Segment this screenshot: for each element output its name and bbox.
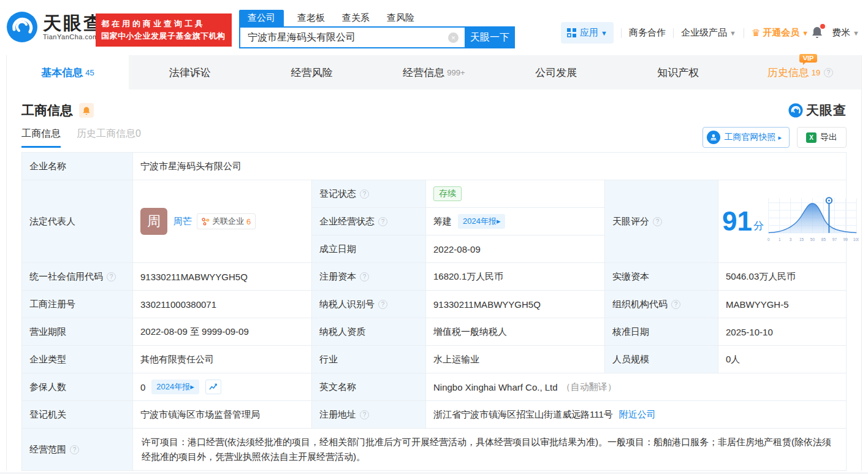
watermark-text: 天眼查	[806, 102, 847, 119]
tab-company-development[interactable]: 公司发展	[495, 55, 617, 90]
username: 费米	[832, 27, 850, 39]
table-row: 营业期限 2022-08-09 至 9999-09-09 纳税人资质 增值税一般…	[22, 318, 846, 346]
avatar[interactable]: 周	[140, 208, 167, 235]
enterprise-label: 企业级产品	[681, 27, 727, 39]
help-icon[interactable]	[70, 445, 79, 454]
help-icon[interactable]	[671, 300, 680, 309]
promo-line1: 都在用的商业查询工具	[101, 18, 226, 30]
subscribe-bell-icon[interactable]	[79, 103, 94, 118]
help-icon[interactable]	[653, 217, 662, 226]
field-value: 0人	[718, 346, 862, 373]
tab-history-info[interactable]: VIP 历史信息 19	[739, 55, 861, 90]
apps-menu[interactable]: 应用 ▼	[561, 22, 614, 44]
chevron-down-icon: ▼	[853, 29, 859, 37]
subtab-row: 工商信息 历史工商信息0 工商官网快照 ▸ X 导出	[7, 119, 861, 147]
field-label: 人员规模	[605, 346, 718, 373]
content-card: 基本信息 45 法律诉讼 经营风险 经营信息 999+ 公司发展 知识产权 VI…	[6, 55, 862, 471]
stamp-icon	[707, 131, 720, 144]
help-icon[interactable]	[360, 410, 369, 419]
top-menu: 应用 ▼ 商务合作 企业级产品 ▼ ♛ 开通会员 ▼ 费米 ▼	[561, 22, 859, 44]
annual-report-tag[interactable]: 2024年报▸	[151, 380, 199, 394]
help-icon[interactable]	[360, 272, 369, 281]
field-label: 企业名称	[22, 153, 133, 180]
tab-count: 999+	[447, 68, 465, 77]
tab-operating-info[interactable]: 经营信息 999+	[373, 55, 495, 90]
field-label-wrap: 统一社会信用代码	[22, 263, 133, 290]
section-title: 工商信息	[21, 102, 73, 119]
export-label: 导出	[820, 132, 837, 143]
grid-icon	[567, 28, 576, 37]
export-button[interactable]: X 导出	[797, 127, 847, 148]
vip-badge: VIP	[799, 54, 818, 63]
search-tab-risk[interactable]: 查风险	[387, 10, 414, 26]
subtab-business-info[interactable]: 工商信息	[21, 128, 61, 148]
biz-status-cell: 筹建 2024年报▸	[426, 208, 604, 235]
tab-label: 法律诉讼	[169, 66, 211, 80]
field-value: MABWYYGH-5	[718, 291, 862, 318]
svg-text:15: 15	[799, 237, 804, 242]
score-unit: 分	[753, 219, 764, 233]
svg-text:85: 85	[821, 237, 826, 242]
tab-basic-info[interactable]: 基本信息 45	[7, 55, 129, 90]
table-row: 登记机关 宁波市镇海区市场监督管理局 注册地址 浙江省宁波市镇海区招宝山街道威远…	[22, 401, 846, 429]
search-tab-boss[interactable]: 查老板	[297, 10, 325, 26]
legal-rep-link[interactable]: 周芒	[173, 216, 192, 227]
search-tab-company[interactable]: 查公司	[239, 10, 284, 26]
table-row: 企业名称 宁波市星海码头有限公司	[22, 153, 846, 180]
english-name: Ningbo Xinghai Wharf Co., Ltd	[433, 382, 558, 392]
table-row: 经营范围 许可项目：港口经营(依法须经批准的项目，经相关部门批准后方可开展经营活…	[22, 429, 846, 470]
nearby-companies-link[interactable]: 附近公司	[619, 409, 656, 421]
help-icon[interactable]	[378, 300, 387, 309]
logo-brand: 天眼查	[43, 13, 104, 33]
svg-text:50: 50	[810, 237, 815, 242]
tab-count: 45	[85, 68, 94, 77]
clear-search-icon[interactable]	[448, 32, 459, 43]
help-icon[interactable]	[824, 68, 833, 77]
field-label: 工商注册号	[22, 291, 133, 318]
tab-operating-risk[interactable]: 经营风险	[251, 55, 373, 90]
logo-domain: TianYanCha.com	[43, 33, 104, 40]
menu-enterprise-products[interactable]: 企业级产品 ▼	[681, 27, 736, 39]
official-snapshot-button[interactable]: 工商官网快照 ▸	[702, 127, 790, 148]
score-value: 91	[722, 208, 752, 235]
menu-cooperation[interactable]: 商务合作	[629, 27, 666, 39]
field-label: 实缴资本	[605, 263, 718, 290]
help-icon[interactable]	[378, 217, 387, 226]
promo-banner: 都在用的商业查询工具 国家中小企业发展子基金旗下机构	[96, 13, 232, 47]
notification-bell-icon[interactable]	[811, 26, 823, 40]
field-label-wrap: 组织机构代码	[605, 291, 718, 318]
tianyancha-logo-icon	[6, 11, 38, 43]
tab-legal[interactable]: 法律诉讼	[129, 55, 251, 90]
search-tab-relation[interactable]: 查关系	[342, 10, 370, 26]
field-label: 纳税人识别号	[319, 299, 375, 310]
tianyancha-logo[interactable]: 天眼查 TianYanCha.com	[6, 11, 104, 43]
field-label: 行业	[312, 346, 426, 373]
field-label-wrap: 注册地址	[312, 401, 426, 428]
annual-report-tag[interactable]: 2024年报▸	[458, 214, 505, 229]
tab-label: 公司发展	[535, 66, 577, 80]
chevron-down-icon: ▼	[802, 29, 809, 37]
tab-label: 基本信息	[41, 66, 83, 80]
trend-chart-icon[interactable]	[205, 380, 221, 394]
help-icon[interactable]	[360, 189, 369, 199]
insured-cell: 0 2024年报▸	[133, 373, 312, 400]
menu-open-vip[interactable]: ♛ 开通会员 ▼	[752, 27, 809, 39]
related-companies-badge[interactable]: 关联企业 6	[197, 213, 256, 229]
field-value: 其他有限责任公司	[133, 346, 312, 373]
business-scope-value: 许可项目：港口经营(依法须经批准的项目，经相关部门批准后方可开展经营活动，具体经…	[133, 429, 846, 470]
divider	[621, 28, 622, 38]
svg-text:1: 1	[779, 237, 781, 242]
field-label: 成立日期	[312, 235, 426, 262]
help-icon[interactable]	[107, 272, 116, 281]
subtab-history-business-info[interactable]: 历史工商信息0	[77, 128, 141, 148]
tab-intellectual-property[interactable]: 知识产权	[617, 55, 739, 90]
table-row: 法定代表人 周 周芒 关联企业 6 登	[22, 180, 846, 263]
tab-count: 19	[812, 68, 820, 77]
address-cell: 浙江省宁波市镇海区招宝山街道威远路111号 附近公司	[426, 401, 846, 428]
snapshot-label: 工商官网快照	[724, 132, 775, 143]
search-input[interactable]	[239, 26, 465, 48]
field-value: 2022-08-09 至 9999-09-09	[133, 318, 312, 345]
vip-label: 开通会员	[763, 27, 799, 39]
menu-user[interactable]: 费米 ▼	[832, 27, 859, 39]
search-button[interactable]: 天眼一下	[465, 26, 515, 48]
